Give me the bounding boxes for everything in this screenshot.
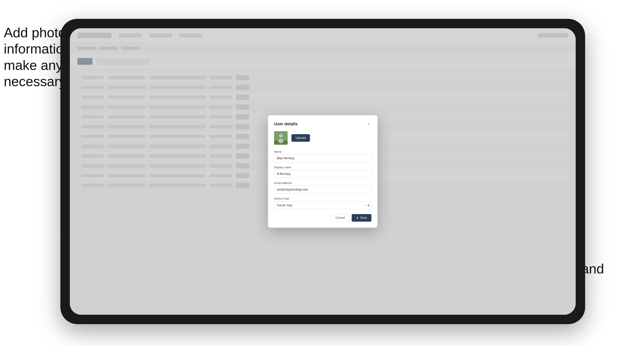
- select-arrows-icon: [368, 204, 370, 206]
- display-name-field-group: Display name: [274, 166, 372, 178]
- save-label: Save: [360, 216, 367, 219]
- svg-point-5: [278, 139, 284, 143]
- cancel-button[interactable]: Cancel: [331, 214, 349, 222]
- arrow-down-icon: [368, 205, 370, 206]
- school-year-label: School Year: [274, 197, 372, 200]
- upload-photo-button[interactable]: Upload: [292, 134, 310, 142]
- name-label: Name: [274, 150, 372, 153]
- display-name-input[interactable]: [274, 170, 372, 178]
- email-input[interactable]: [274, 186, 372, 193]
- modal-header: User details ×: [274, 121, 372, 127]
- school-year-select[interactable]: Fourth Year First Year Second Year Third…: [274, 201, 372, 209]
- modal-overlay: User details ×: [70, 28, 576, 315]
- arrow-up-icon: [368, 204, 370, 205]
- tablet-screen: User details ×: [70, 28, 576, 315]
- select-clear-icon[interactable]: ×: [365, 204, 366, 207]
- avatar-image: [274, 131, 288, 145]
- avatar-thumbnail: [274, 131, 288, 145]
- photo-upload-row: Upload: [274, 131, 372, 145]
- modal-title: User details: [274, 122, 298, 127]
- save-icon: ⬆: [356, 216, 358, 219]
- school-year-select-wrapper: Fourth Year First Year Second Year Third…: [274, 201, 372, 209]
- name-field-group: Name: [274, 150, 372, 162]
- name-input[interactable]: [274, 154, 372, 162]
- school-year-field-group: School Year Fourth Year First Year Secon…: [274, 197, 372, 209]
- display-name-label: Display name: [274, 166, 372, 169]
- svg-point-4: [279, 134, 283, 138]
- email-field-group: Email address: [274, 181, 372, 193]
- select-icons: ×: [365, 204, 370, 207]
- modal-footer: Cancel ⬆ Save: [274, 214, 372, 222]
- email-label: Email address: [274, 181, 372, 184]
- modal-close-button[interactable]: ×: [366, 121, 372, 127]
- save-button[interactable]: ⬆ Save: [352, 214, 372, 222]
- tablet-frame: User details ×: [60, 19, 585, 324]
- user-details-modal: User details ×: [268, 115, 378, 228]
